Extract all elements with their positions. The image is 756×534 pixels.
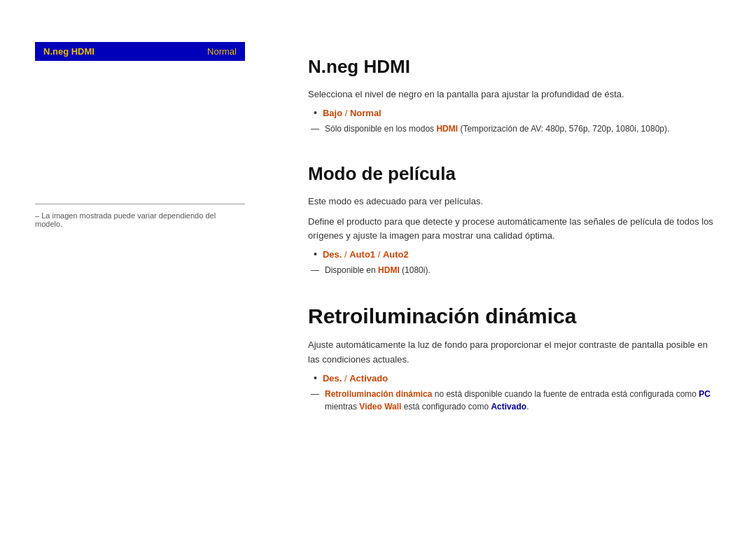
section-retroiluminacion: Retroiluminación dinámica Ajuste automát… bbox=[308, 304, 714, 413]
note-dash-2: — bbox=[311, 265, 319, 275]
videowall-highlight: Video Wall bbox=[359, 402, 401, 412]
sidebar-divider bbox=[35, 204, 245, 204]
description-nneg-hdmi: Selecciona el nivel de negro en la panta… bbox=[308, 87, 714, 102]
auto2-label: Auto2 bbox=[383, 249, 409, 260]
hdmi-highlight-2: HDMI bbox=[378, 265, 400, 275]
menu-item-nneg-hdmi[interactable]: N.neg HDMI Normal bbox=[35, 42, 245, 61]
note-text-nneg-hdmi: Sólo disponible en los modos HDMI (Tempo… bbox=[325, 122, 669, 135]
bullet-text-modo-pelicula: Des. / Auto1 / Auto2 bbox=[323, 249, 409, 260]
section-title-modo-pelicula: Modo de película bbox=[308, 163, 714, 185]
note-dash: — bbox=[311, 124, 319, 134]
separator1: / bbox=[345, 108, 350, 118]
bullet-dot: • bbox=[314, 108, 317, 118]
description-modo-pelicula-2: Define el producto para que detecte y pr… bbox=[308, 215, 714, 244]
des-label-2: Des. bbox=[323, 249, 342, 260]
normal-label: Normal bbox=[350, 108, 382, 118]
bullet-nneg-hdmi: • Bajo / Normal bbox=[314, 108, 714, 118]
hdmi-highlight: HDMI bbox=[436, 124, 458, 134]
note-retroiluminacion: — Retroiluminación dinámica no está disp… bbox=[308, 388, 714, 413]
section-title-retroiluminacion: Retroiluminación dinámica bbox=[308, 304, 714, 328]
section-nneg-hdmi: N.neg HDMI Selecciona el nivel de negro … bbox=[308, 56, 714, 135]
section-modo-pelicula: Modo de película Este modo es adecuado p… bbox=[308, 163, 714, 276]
bullet-text-retroiluminacion: Des. / Activado bbox=[323, 373, 388, 384]
description-modo-pelicula-1: Este modo es adecuado para ver películas… bbox=[308, 195, 714, 209]
separator3: / bbox=[378, 249, 383, 260]
auto1-label: Auto1 bbox=[349, 249, 375, 260]
note-text-modo-pelicula: Disponible en HDMI (1080i). bbox=[325, 264, 430, 276]
sidebar-footnote: – La imagen mostrada puede variar depend… bbox=[35, 211, 245, 228]
activado-label: Activado bbox=[349, 373, 388, 384]
section-title-nneg-hdmi: N.neg HDMI bbox=[308, 56, 714, 78]
menu-item-label: N.neg HDMI bbox=[43, 46, 94, 57]
bullet-modo-pelicula: • Des. / Auto1 / Auto2 bbox=[314, 249, 714, 260]
note-nneg-hdmi: — Sólo disponible en los modos HDMI (Tem… bbox=[308, 122, 714, 135]
bullet-dot-2: • bbox=[314, 249, 317, 259]
bullet-dot-3: • bbox=[314, 373, 317, 383]
note-modo-pelicula: — Disponible en HDMI (1080i). bbox=[308, 264, 714, 276]
sidebar: N.neg HDMI Normal – La imagen mostrada p… bbox=[0, 0, 266, 534]
description-retroiluminacion: Ajuste automáticamente la luz de fondo p… bbox=[308, 338, 714, 367]
des-label-3: Des. bbox=[323, 373, 342, 384]
activado-highlight: Activado bbox=[491, 402, 526, 412]
pc-highlight: PC bbox=[699, 389, 710, 399]
bullet-text-nneg-hdmi: Bajo / Normal bbox=[323, 108, 382, 118]
note-dash-3: — bbox=[311, 389, 319, 399]
bullet-retroiluminacion: • Des. / Activado bbox=[314, 373, 714, 384]
main-content: N.neg HDMI Selecciona el nivel de negro … bbox=[266, 0, 756, 534]
retro-highlight: Retroiluminación dinámica bbox=[325, 389, 432, 399]
menu-item-value: Normal bbox=[207, 46, 237, 57]
note-text-retroiluminacion: Retroiluminación dinámica no está dispon… bbox=[325, 388, 714, 413]
bajo-label: Bajo bbox=[323, 108, 342, 118]
